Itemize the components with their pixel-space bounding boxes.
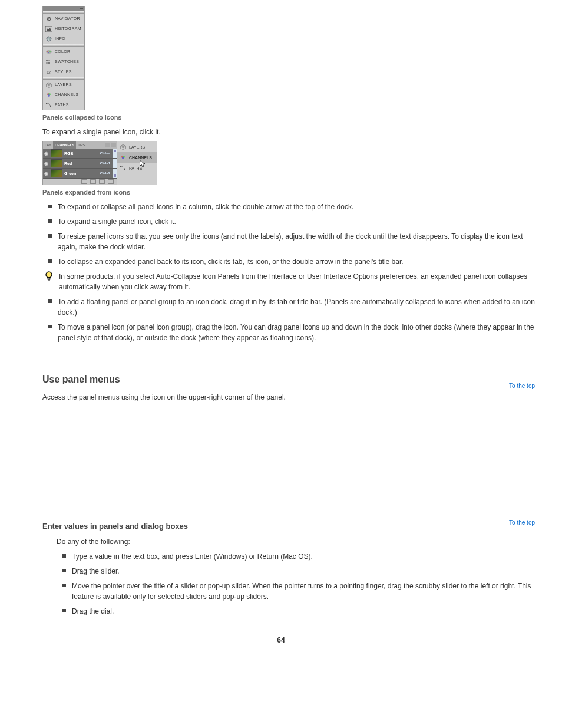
visibility-eye-icon: ◉ xyxy=(43,151,49,156)
svg-text:i: i xyxy=(48,38,49,41)
to-top-link[interactable]: To the top xyxy=(509,383,535,389)
paths-icon xyxy=(45,102,52,108)
channel-shortcut: Ctrl+1 xyxy=(100,162,110,165)
svg-point-29 xyxy=(46,272,52,278)
channel-row-rgb: ◉ RGB Ctrl+~ xyxy=(43,149,117,159)
list-item: Drag the dial. xyxy=(57,606,535,617)
list-item: To move a panel icon (or panel icon grou… xyxy=(42,322,535,343)
swatches-icon xyxy=(45,59,52,65)
svg-rect-10 xyxy=(46,60,48,61)
channels-panel-figure: LAY CHANNELS THS ◉ RGB Ctrl+~ ◉ R xyxy=(42,141,157,185)
list-item: Type a value in the text box, and press … xyxy=(57,551,535,562)
footer-button-icon xyxy=(99,179,105,184)
svg-point-26 xyxy=(122,157,124,159)
to-top-link[interactable]: To the top xyxy=(509,519,535,526)
panel-tabs: LAY CHANNELS THS xyxy=(43,141,117,149)
dock-item-label: INFO xyxy=(55,37,65,41)
bullet-icon xyxy=(48,259,52,263)
list-item-text: To resize panel icons so that you see on… xyxy=(58,231,535,252)
subsection-title: Enter values in panels and dialog boxes xyxy=(42,522,188,531)
dock-item-styles: fx STYLES xyxy=(43,67,84,77)
scrollbar-track xyxy=(113,159,117,168)
channel-shortcut: Ctrl+~ xyxy=(100,151,110,155)
channel-row-red: ◉ Red Ctrl+1 xyxy=(43,159,117,169)
channel-thumbnail xyxy=(51,149,62,157)
dock-item-label: COLOR xyxy=(55,50,70,54)
bullet-icon xyxy=(62,584,66,587)
tip-block: In some products, if you select Auto-Col… xyxy=(42,271,535,292)
bullet-list: To expand or collapse all panel icons in… xyxy=(42,202,535,267)
channel-name: Green xyxy=(64,172,100,176)
list-item: Move the pointer over the title of a sli… xyxy=(57,581,535,602)
list-item-text: Drag the slider. xyxy=(72,566,535,577)
bullet-icon xyxy=(62,569,66,572)
intro-paragraph: To expand a single panel icon, click it. xyxy=(42,127,535,137)
svg-point-8 xyxy=(49,51,51,52)
panel-dock-collapsed: NAVIGATOR HISTOGRAM i INFO COLOR SWATCHE xyxy=(42,6,85,110)
bullet-icon xyxy=(62,554,66,558)
footer-button-icon xyxy=(81,179,87,184)
dock-item-color: COLOR xyxy=(43,47,84,57)
bullet-icon xyxy=(48,325,52,328)
dock-item-label: STYLES xyxy=(55,70,72,74)
color-icon xyxy=(45,49,52,55)
scrollbar-up-icon xyxy=(113,149,117,158)
svg-rect-30 xyxy=(48,278,50,279)
list-item: To collapse an expanded panel back to it… xyxy=(42,256,535,267)
dock-item-channels: CHANNELS xyxy=(117,152,157,163)
dock-item-label: PATHS xyxy=(55,103,69,107)
channel-row-green: ◉ Green Ctrl+2 xyxy=(43,169,117,179)
channel-name: Red xyxy=(64,162,100,166)
dock-item-layers: LAYERS xyxy=(117,141,157,152)
subsection-intro: Do any of the following: xyxy=(57,536,535,547)
figure1-caption: Panels collapsed to icons xyxy=(42,114,535,121)
list-item-text: To expand or collapse all panel icons in… xyxy=(58,202,535,212)
cursor-pointer-icon xyxy=(140,160,146,167)
scrollbar-down-icon xyxy=(113,169,117,178)
dock-item-navigator: NAVIGATOR xyxy=(43,14,84,24)
svg-rect-27 xyxy=(120,166,121,167)
layers-icon xyxy=(120,144,127,150)
dock-item-label: SWATCHES xyxy=(55,60,79,64)
visibility-eye-icon: ◉ xyxy=(43,171,49,176)
section-header-row: Use panel menus To the top xyxy=(42,374,535,390)
list-item-text: To move a panel icon (or panel icon grou… xyxy=(58,322,535,343)
footer-button-icon xyxy=(90,179,96,184)
dock-item-channels: CHANNELS xyxy=(43,90,84,100)
layers-icon xyxy=(45,82,52,88)
bullet-icon xyxy=(48,219,52,223)
dock-item-layers: LAYERS xyxy=(43,80,84,90)
page-number: 64 xyxy=(0,636,562,644)
dock-item-label: LAYERS xyxy=(55,83,72,87)
histogram-icon xyxy=(45,26,52,32)
list-item: To expand a single panel icon, click it. xyxy=(42,216,535,227)
list-item: To add a floating panel or panel group t… xyxy=(42,297,535,318)
figure-placeholder xyxy=(42,405,535,511)
section-header-row: Enter values in panels and dialog boxes … xyxy=(42,511,535,534)
dock-topbar xyxy=(43,6,84,11)
footer-button-icon xyxy=(108,179,114,184)
svg-rect-20 xyxy=(46,103,47,104)
visibility-eye-icon: ◉ xyxy=(43,161,49,166)
svg-point-9 xyxy=(48,52,49,53)
dock-item-label: CHANNELS xyxy=(129,156,152,160)
channels-icon xyxy=(120,154,127,160)
dock-item-paths: PATHS xyxy=(117,163,157,173)
channel-shortcut: Ctrl+2 xyxy=(100,172,110,175)
section-divider xyxy=(42,361,535,361)
panel-footer xyxy=(43,179,117,185)
bullet-icon xyxy=(48,234,52,238)
svg-rect-3 xyxy=(45,26,52,32)
styles-icon: fx xyxy=(45,69,52,75)
dock-item-label: HISTOGRAM xyxy=(55,27,81,31)
svg-rect-13 xyxy=(48,62,50,64)
section-body: Access the panel menus using the icon on… xyxy=(42,392,535,403)
list-item-text: Drag the dial. xyxy=(72,606,535,617)
list-item-text: Move the pointer over the title of a sli… xyxy=(72,581,535,602)
list-item: Drag the slider. xyxy=(57,566,535,577)
list-item-text: To add a floating panel or panel group t… xyxy=(58,297,535,318)
channel-rows: ◉ RGB Ctrl+~ ◉ Red Ctrl+1 ◉ Green xyxy=(43,149,117,179)
paths-icon xyxy=(120,165,127,171)
tab-paths: THS xyxy=(76,141,87,149)
svg-text:fx: fx xyxy=(47,70,51,74)
